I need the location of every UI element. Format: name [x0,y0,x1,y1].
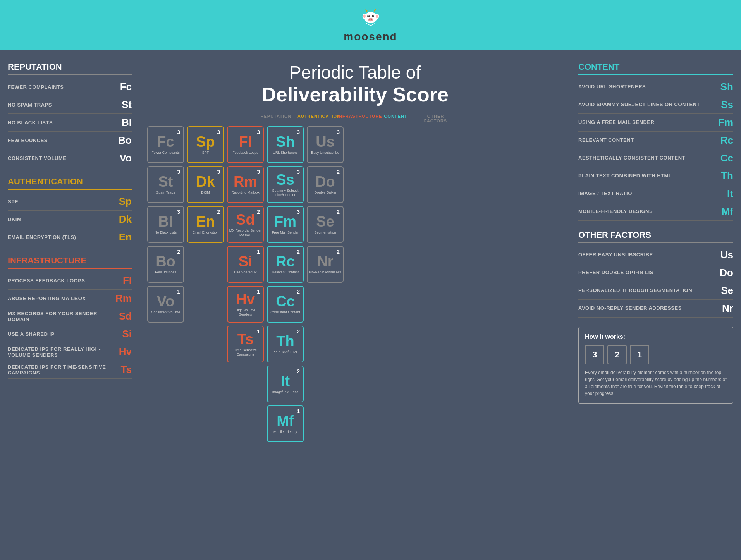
cell-symbol: St [158,174,173,189]
left-sidebar: REPUTATION FEWER COMPLAINTSFcNO SPAM TRA… [8,62,139,442]
cell-name: Feedback Loops [231,151,260,155]
right-list-symbol: Fm [714,117,733,129]
cell-name: Consistent Content [269,310,301,314]
pt-cell-vo: 1VoConsistent Volume [147,286,184,323]
cell-number: 1 [257,289,260,295]
cell-symbol: It [281,374,290,388]
list-item-label: EMAIL ENCRYPTION (TLS) [8,234,112,240]
header: moosend [0,0,741,50]
cell-symbol: Sd [236,212,255,227]
pt-cell-rm: 3RmReporting Mailbox [227,166,264,203]
list-item-symbol: Bo [112,134,132,146]
right-list-item: AVOID SPAMMY SUBJECT LINES OR CONTENTSs [578,96,733,114]
right-list-label: AVOID URL SHORTENERS [578,84,714,90]
list-item: FEWER COMPLAINTSFc [8,78,132,96]
svg-marker-12 [365,8,368,12]
pt-cell-se: 2SeSegmentation [307,206,344,243]
cell-symbol: Ss [276,172,294,187]
other-factors-list: OFFER EASY UNSUBSCRIBEUsPREFER DOUBLE OP… [578,246,733,318]
svg-point-4 [376,14,378,18]
cell-number: 2 [337,249,340,255]
cell-symbol: Us [316,134,335,149]
list-item: FEW BOUNCESBo [8,132,132,149]
svg-point-9 [368,18,373,21]
cell-symbol: Vo [157,294,175,309]
list-item: MX RECORDS FOR YOUR SENDER DOMAINSd [8,307,132,325]
cell-name: Mobile Friendly [272,430,298,434]
right-list-symbol: Ss [714,99,733,111]
right-list-label: PREFER DOUBLE OPT-IN LIST [578,270,714,276]
list-item-label: NO BLACK LISTS [8,120,112,125]
list-item-label: MX RECORDS FOR YOUR SENDER DOMAIN [8,311,112,322]
pt-cell-empty [187,246,224,283]
right-list-label: AVOID SPAMMY SUBJECT LINES OR CONTENT [578,101,714,108]
list-item: SPFSp [8,193,132,211]
cell-symbol: Do [315,174,335,189]
cell-number: 1 [177,289,180,295]
content-section: CONTENT AVOID URL SHORTENERSShAVOID SPAM… [578,62,733,221]
list-item-label: CONSISTENT VOLUME [8,155,112,161]
cell-number: 2 [337,209,340,215]
right-list-symbol: Rc [714,134,733,146]
cell-symbol: Bl [158,214,173,229]
right-list-item: PREFER DOUBLE OPT-IN LISTDo [578,264,733,282]
list-item: ABUSE REPORTING MAILBOXRm [8,290,132,307]
cell-symbol: Sh [276,134,295,149]
pt-row: 1MfMobile Friendly [147,405,563,442]
right-list-item: PERSONALIZED THROUGH SEGMENTATIONSe [578,282,733,300]
cell-number: 3 [297,209,300,215]
pt-row: 1TsTime-Sensitive Campaigns2ThPlain Text… [147,326,563,362]
right-list-item: USING A FREE MAIL SENDERFm [578,114,733,132]
list-item-label: DEDICATED IPS FOR REALLY HIGH-VOLUME SEN… [8,346,112,358]
right-list-symbol: Do [714,267,733,279]
list-item-symbol: Fl [112,275,132,287]
center-section: Periodic Table of Deliverability Score R… [139,62,571,442]
pt-cell-empty [227,405,264,442]
cell-symbol: Sp [196,134,215,149]
cell-symbol: Fc [157,134,174,149]
pt-cell-empty [187,286,224,323]
cell-symbol: Hv [236,292,255,307]
pt-cell-nr: 2NrNo-Reply Addresses [307,246,344,283]
cell-number: 1 [297,408,300,414]
cell-number: 2 [297,328,300,335]
pt-cell-empty [227,366,264,402]
cell-name: URL Shorteners [272,151,299,155]
list-item-label: PROCESS FEEDBACK LOOPS [8,278,112,283]
pt-cell-empty [307,405,344,442]
right-list-symbol: It [714,188,733,200]
list-item-symbol: Hv [112,346,132,358]
cell-name: Double Opt-in [313,191,337,195]
pt-cell-empty [147,405,184,442]
score-box: 3 [585,345,604,364]
right-list-item: AVOID NO-REPLY SENDER ADDRESSESNr [578,300,733,318]
list-item-symbol: St [112,99,132,111]
pt-cell-empty [187,405,224,442]
pt-cell-bl: 3BlNo Black Lists [147,206,184,243]
pt-cell-it: 2ItImage/Text Ratio [267,366,304,402]
pt-cell-cc: 2CcConsistent Content [267,286,304,323]
cell-symbol: Mf [277,414,294,428]
cell-number: 3 [297,129,300,135]
right-list-symbol: Se [714,285,733,297]
right-list-item: OFFER EASY UNSUBSCRIBEUs [578,246,733,264]
cell-name: No-Reply Addresses [308,270,342,275]
pt-grid: 3FcFewer Complaints3SpSPF3FlFeedback Loo… [147,126,563,442]
col-header-reputation: REPUTATION [258,114,294,123]
cell-symbol: Cc [276,294,295,309]
pt-cell-fc: 3FcFewer Complaints [147,126,184,163]
periodic-table: 3FcFewer Complaints3SpSPF3FlFeedback Loo… [147,126,563,442]
list-item: PROCESS FEEDBACK LOOPSFl [8,272,132,290]
pt-cell-ts: 1TsTime-Sensitive Campaigns [227,326,264,362]
list-item: USE A SHARED IPSi [8,325,132,343]
right-sidebar: CONTENT AVOID URL SHORTENERSShAVOID SPAM… [571,62,733,442]
other-factors-title: OTHER FACTORS [578,230,733,243]
right-list-label: PERSONALIZED THROUGH SEGMENTATION [578,287,714,294]
right-list-item: IMAGE / TEXT RATIOIt [578,185,733,203]
how-it-works-description: Every email deliverability element comes… [585,369,727,397]
pt-cell-fm: 3FmFree Mail Sender [267,206,304,243]
authentication-list: SPFSpDKIMDkEMAIL ENCRYPTION (TLS)En [8,193,132,246]
col-header-other: OTHER FACTORS [417,114,454,123]
right-list-label: PLAIN TEXT COMBINED WITH HTML [578,173,714,179]
cell-number: 3 [337,129,340,135]
